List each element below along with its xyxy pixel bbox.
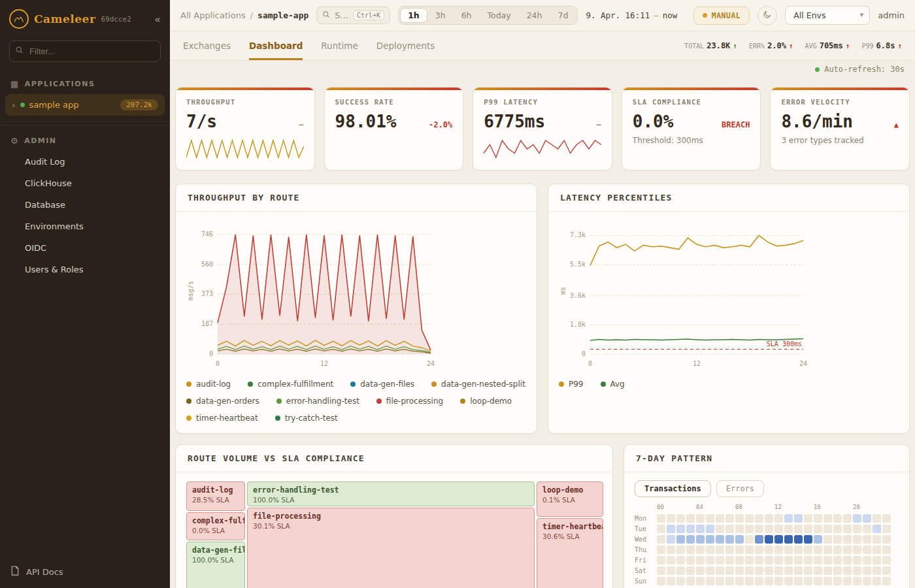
sidebar-admin-item[interactable]: Audit Log (0, 151, 170, 172)
heatmap-cell (735, 556, 744, 564)
search-icon (322, 10, 330, 20)
manual-refresh-button[interactable]: MANUAL (693, 7, 750, 25)
kpi-subtitle (186, 136, 304, 137)
legend-dot-icon (460, 399, 465, 404)
treemap-box[interactable]: file-processing30.1% SLA (247, 508, 535, 588)
sidebar-admin-item[interactable]: Environments (0, 216, 170, 237)
brand-name: Cameleer (34, 12, 95, 25)
legend-item[interactable]: P99 (559, 380, 584, 389)
pattern-toggle[interactable]: Transactions (635, 480, 711, 497)
time-range-button[interactable]: 1h (400, 8, 427, 23)
time-range-button[interactable]: 7d (550, 8, 576, 23)
sidebar-admin-item[interactable]: ClickHouse (0, 172, 170, 194)
heatmap-cell (804, 514, 812, 523)
heatmap-cell (833, 566, 842, 575)
heatmap-cell (716, 566, 724, 575)
heatmap-hour-label: 12 (774, 504, 784, 513)
heatmap-cell (804, 566, 812, 575)
time-range-button[interactable]: 3h (427, 8, 454, 23)
svg-text:0: 0 (216, 360, 220, 367)
heatmap-cell (657, 546, 665, 554)
tab[interactable]: Dashboard (249, 31, 303, 60)
heatmap-cell (765, 535, 773, 544)
env-select[interactable]: All Envs ▾ (785, 6, 870, 25)
treemap-route-name: loop-demo (542, 485, 597, 495)
legend-label: data-gen-nested-split (441, 380, 525, 389)
treemap-box[interactable]: data-gen-files100.0% SLA (186, 542, 245, 588)
heatmap-cell (824, 577, 832, 585)
legend-item[interactable]: complex-fulfillment (248, 380, 333, 389)
legend-item[interactable]: audit-log (186, 380, 231, 389)
heatmap-cell (657, 556, 665, 564)
heatmap-cell (686, 556, 695, 564)
time-range-button[interactable]: Today (480, 8, 519, 23)
user-menu[interactable]: admin (878, 10, 905, 20)
heatmap-cell (774, 566, 783, 575)
sidebar-item-sample-app[interactable]: › sample app 207.2k (5, 94, 165, 116)
heatmap-cell (765, 556, 773, 564)
legend-item[interactable]: timer-heartbeat (186, 414, 258, 423)
treemap-box[interactable]: complex-fulfil…0.0% SLA (186, 512, 245, 540)
svg-text:ms: ms (559, 287, 567, 295)
time-range-button[interactable]: 24h (519, 8, 550, 23)
tab[interactable]: Exchanges (183, 31, 231, 60)
heatmap-cell (686, 546, 695, 554)
treemap-box[interactable]: loop-demo0.1% SLA (537, 482, 603, 517)
api-docs-label: API Docs (26, 567, 63, 577)
dark-mode-toggle[interactable] (757, 6, 777, 25)
treemap-sla-value: 30.6% SLA (542, 532, 597, 540)
kpi-value: 98.01% (335, 112, 397, 131)
legend-item[interactable]: data-gen-orders (186, 397, 259, 406)
heatmap-cell (843, 525, 852, 533)
filter-input[interactable] (9, 41, 161, 62)
legend-item[interactable]: file-processing (376, 397, 443, 406)
heatmap-cell (853, 514, 861, 523)
sidebar-admin-item[interactable]: Users & Roles (0, 259, 170, 280)
manual-label: MANUAL (712, 11, 741, 20)
legend-item[interactable]: error-handling-test (276, 397, 359, 406)
legend-item[interactable]: data-gen-files (350, 380, 414, 389)
treemap-box[interactable]: timer-heartbeat30.6% SLA (537, 518, 603, 588)
heatmap-cell (814, 535, 822, 544)
treemap-box[interactable]: audit-log28.5% SLA (186, 482, 245, 511)
pattern-toggle[interactable]: Errors (716, 480, 764, 497)
time-range-button[interactable]: 6h (454, 8, 480, 23)
chevron-right-icon[interactable]: › (12, 100, 16, 110)
date-range[interactable]: 9. Apr. 16:11 – now (586, 10, 677, 20)
camel-logo-icon (9, 9, 29, 29)
panel-title: LATENCY PERCENTILES (548, 184, 909, 212)
heatmap-cell (667, 535, 675, 544)
legend-item[interactable]: loop-demo (460, 397, 512, 406)
heatmap-cell (824, 566, 832, 575)
tab-bar: ExchangesDashboardRuntimeDeployments (183, 31, 435, 60)
heatmap-row: Mon (635, 513, 899, 523)
main: All Applications / sample-app S... Ctrl+… (170, 0, 915, 588)
legend-item[interactable]: data-gen-nested-split (431, 380, 525, 389)
heatmap-cell (667, 546, 675, 554)
svg-text:3.6k: 3.6k (570, 292, 586, 299)
panel-title: 7-DAY PATTERN (624, 445, 909, 472)
breadcrumb-all-applications[interactable]: All Applications (180, 10, 246, 20)
admin-section-label: ADMIN (24, 137, 56, 145)
heatmap-day-label: Sat (635, 567, 657, 574)
heatmap-cell (755, 525, 763, 533)
api-docs-link[interactable]: API Docs (0, 555, 170, 588)
legend-dot-icon (559, 382, 564, 387)
legend-item[interactable]: Avg (601, 380, 625, 389)
heatmap-cell (725, 577, 734, 585)
heatmap-cell (706, 535, 714, 544)
kpi-subtitle: Threshold: 300ms (633, 136, 750, 145)
legend-item[interactable]: try-catch-test (275, 414, 338, 423)
kpi-delta: -2.0% (429, 120, 452, 129)
global-search[interactable]: S... Ctrl+K (316, 7, 390, 24)
heatmap-cell (706, 577, 714, 585)
heatmap-cell (833, 577, 842, 585)
sidebar-admin-item[interactable]: Database (0, 194, 170, 216)
tab[interactable]: Runtime (321, 31, 358, 60)
sidebar-admin-item[interactable]: OIDC (0, 237, 170, 259)
tab[interactable]: Deployments (376, 31, 435, 60)
collapse-sidebar-button[interactable]: « (154, 13, 161, 25)
heatmap-hour-label: 16 (814, 504, 824, 513)
stat: P99 6.8s ↑ (861, 41, 902, 50)
treemap-box[interactable]: error-handling-test100.0% SLA (247, 482, 535, 506)
